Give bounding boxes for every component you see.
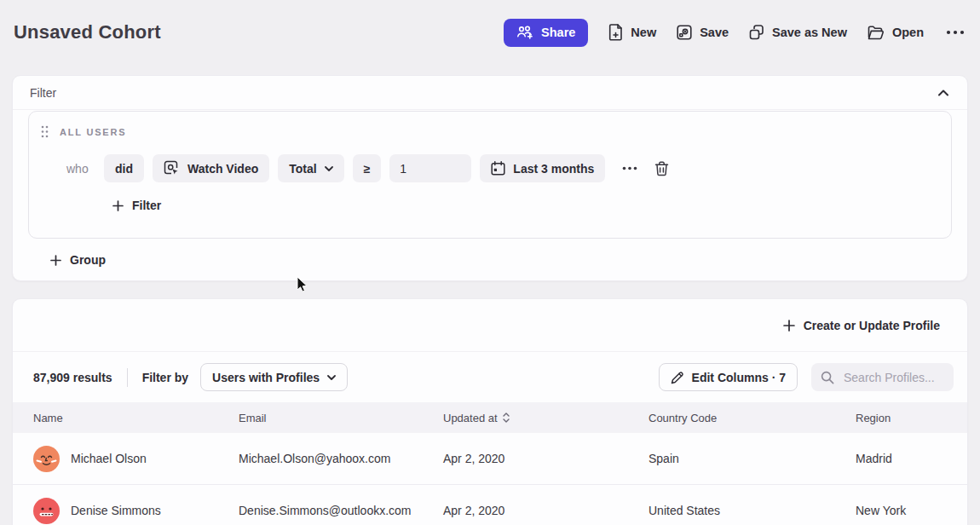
date-range-label: Last 3 months <box>513 162 594 176</box>
new-button-label: New <box>631 26 656 39</box>
chevron-down-icon <box>325 166 333 171</box>
profile-updated-at: Apr 2, 2020 <box>443 452 649 465</box>
threshold-value-input[interactable] <box>389 154 471 182</box>
sort-arrows-icon <box>503 412 510 423</box>
table-header-row: Name Email Updated at Country Code Regio… <box>13 402 967 433</box>
filter-group-header: ALL USERS <box>29 112 951 138</box>
results-count: 87,909 results <box>33 371 112 384</box>
divider <box>13 109 967 110</box>
pencil-icon <box>671 371 684 384</box>
chevron-down-icon <box>327 375 336 380</box>
condition-prefix-label: who <box>66 162 92 176</box>
profile-email: Denise.Simmons@outlookx.com <box>239 504 443 517</box>
chevron-up-icon <box>938 89 948 96</box>
ellipsis-icon <box>946 30 965 35</box>
results-panel: Create or Update Profile 87,909 results … <box>12 298 968 525</box>
profile-name: Michael Olson <box>71 452 147 465</box>
toolbar: Share New <box>504 19 966 47</box>
plus-icon <box>783 320 795 332</box>
page-title: Unsaved Cohort <box>14 21 161 43</box>
zipper-face-avatar <box>33 498 60 524</box>
save-button-label: Save <box>700 26 729 39</box>
create-profile-row: Create or Update Profile <box>13 299 967 352</box>
table-row[interactable]: Denise Simmons Denise.Simmons@outlookx.c… <box>13 485 967 525</box>
open-button[interactable]: Open <box>868 26 924 40</box>
collapse-filter-button[interactable] <box>937 88 950 98</box>
profile-region: Madrid <box>856 452 967 465</box>
profile-name-cell: Denise Simmons <box>33 498 239 524</box>
drag-handle-icon[interactable] <box>41 125 49 138</box>
filter-panel-header: Filter <box>13 76 967 109</box>
add-filter-label: Filter <box>132 199 161 212</box>
save-icon <box>677 25 692 40</box>
add-group-label: Group <box>70 253 106 267</box>
event-click-icon <box>164 160 180 176</box>
event-select-button[interactable]: Watch Video <box>153 154 269 182</box>
column-header-country-code: Country Code <box>649 412 856 424</box>
save-as-new-icon <box>749 25 764 40</box>
column-header-name: Name <box>33 412 239 424</box>
search-profiles-input[interactable] <box>842 370 948 385</box>
operator-label: ≥ <box>364 162 371 176</box>
save-as-new-button[interactable]: Save as New <box>749 25 847 40</box>
condition-more-button[interactable] <box>619 163 641 174</box>
search-box <box>811 363 954 391</box>
calendar-icon <box>491 161 505 176</box>
profile-name: Denise Simmons <box>71 504 161 517</box>
search-icon <box>821 371 834 384</box>
save-as-new-button-label: Save as New <box>772 26 847 39</box>
edit-columns-label: Edit Columns · 7 <box>692 371 786 384</box>
table-row[interactable]: Michael Olson Michael.Olson@yahoox.com A… <box>13 433 967 485</box>
aggregation-label: Total <box>289 162 316 176</box>
filter-by-label: Filter by <box>142 371 188 384</box>
results-toolbar: 87,909 results Filter by Users with Prof… <box>13 352 967 402</box>
new-button[interactable]: New <box>608 24 656 41</box>
trash-icon <box>654 161 669 176</box>
profile-country-code: Spain <box>649 452 856 465</box>
mouse-cursor <box>297 276 308 293</box>
open-folder-icon <box>868 26 885 40</box>
plus-icon <box>112 200 124 211</box>
more-options-button[interactable] <box>944 26 966 38</box>
profile-country-code: United States <box>649 504 856 517</box>
create-or-update-profile-label: Create or Update Profile <box>804 319 940 332</box>
filter-panel-title: Filter <box>30 86 56 100</box>
aggregation-dropdown[interactable]: Total <box>278 154 343 182</box>
profile-name-cell: Michael Olson <box>33 446 239 472</box>
group-label: ALL USERS <box>60 127 126 137</box>
column-header-updated-at[interactable]: Updated at <box>443 412 649 424</box>
save-button[interactable]: Save <box>677 25 729 40</box>
add-filter-button[interactable]: Filter <box>107 195 166 216</box>
share-button-label: Share <box>541 26 575 39</box>
column-header-email: Email <box>239 412 443 424</box>
share-button[interactable]: Share <box>504 19 588 47</box>
add-group-button[interactable]: Group <box>45 250 111 270</box>
did-button-label: did <box>115 162 133 176</box>
profile-region: New York <box>856 504 967 517</box>
divider <box>127 368 128 387</box>
profile-filter-dropdown[interactable]: Users with Profiles <box>200 363 348 391</box>
plus-icon <box>50 255 61 266</box>
header: Unsaved Cohort Share <box>0 0 980 65</box>
operator-button[interactable]: ≥ <box>353 154 382 182</box>
filter-group-card: ALL USERS who did Watch Video <box>28 111 952 239</box>
new-file-icon <box>608 24 623 41</box>
date-range-button[interactable]: Last 3 months <box>480 154 605 182</box>
open-button-label: Open <box>892 26 924 39</box>
profile-filter-label: Users with Profiles <box>212 371 320 384</box>
column-header-region: Region <box>856 412 967 424</box>
smiling-face-avatar <box>33 446 60 472</box>
filter-condition-row: who did Watch Video Total <box>29 154 951 182</box>
profile-updated-at: Apr 2, 2020 <box>443 504 649 517</box>
profile-email: Michael.Olson@yahoox.com <box>239 452 443 465</box>
edit-columns-button[interactable]: Edit Columns · 7 <box>659 363 798 391</box>
share-users-icon <box>516 26 533 39</box>
ellipsis-icon <box>622 166 637 170</box>
create-or-update-profile-button[interactable]: Create or Update Profile <box>778 315 945 336</box>
filter-panel: Filter ALL USERS who <box>12 75 968 281</box>
event-select-label: Watch Video <box>187 162 258 176</box>
did-button[interactable]: did <box>104 154 144 182</box>
delete-condition-button[interactable] <box>651 158 672 180</box>
app-root: Unsaved Cohort Share <box>0 0 980 525</box>
